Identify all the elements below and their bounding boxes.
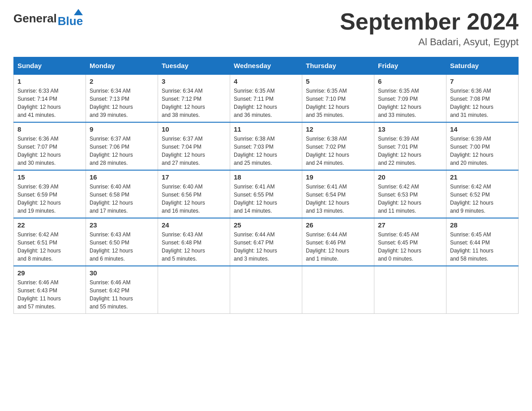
day-number: 24 xyxy=(162,221,226,229)
day-number: 15 xyxy=(17,173,82,181)
logo: General Blue xyxy=(13,9,83,28)
day-info: Sunrise: 6:43 AMSunset: 6:50 PMDaylight:… xyxy=(90,231,133,262)
day-info: Sunrise: 6:42 AMSunset: 6:51 PMDaylight:… xyxy=(17,231,61,262)
calendar-week-row: 15Sunrise: 6:39 AMSunset: 6:59 PMDayligh… xyxy=(14,170,519,218)
day-info: Sunrise: 6:40 AMSunset: 6:56 PMDaylight:… xyxy=(162,184,205,214)
column-header-friday: Friday xyxy=(374,57,446,75)
day-number: 14 xyxy=(450,125,515,133)
logo-blue-text: Blue xyxy=(58,14,83,28)
day-number: 27 xyxy=(378,221,442,229)
calendar-cell: 2Sunrise: 6:34 AMSunset: 7:13 PMDaylight… xyxy=(86,74,158,122)
day-number: 20 xyxy=(378,173,442,181)
calendar-cell: 13Sunrise: 6:39 AMSunset: 7:01 PMDayligh… xyxy=(374,122,446,170)
calendar-cell: 21Sunrise: 6:42 AMSunset: 6:52 PMDayligh… xyxy=(446,170,519,218)
page-header: General Blue September 2024 Al Badari, A… xyxy=(13,9,519,48)
calendar-cell: 24Sunrise: 6:43 AMSunset: 6:48 PMDayligh… xyxy=(158,218,230,266)
day-number: 1 xyxy=(17,77,82,85)
day-info: Sunrise: 6:36 AMSunset: 7:07 PMDaylight:… xyxy=(17,136,61,166)
column-header-saturday: Saturday xyxy=(446,57,519,75)
day-info: Sunrise: 6:42 AMSunset: 6:52 PMDaylight:… xyxy=(450,184,493,214)
calendar-cell: 15Sunrise: 6:39 AMSunset: 6:59 PMDayligh… xyxy=(14,170,86,218)
calendar-cell: 10Sunrise: 6:37 AMSunset: 7:04 PMDayligh… xyxy=(158,122,230,170)
column-header-wednesday: Wednesday xyxy=(230,57,302,75)
day-info: Sunrise: 6:43 AMSunset: 6:48 PMDaylight:… xyxy=(162,231,205,262)
calendar-week-row: 22Sunrise: 6:42 AMSunset: 6:51 PMDayligh… xyxy=(14,218,519,266)
calendar-cell: 14Sunrise: 6:39 AMSunset: 7:00 PMDayligh… xyxy=(446,122,519,170)
day-info: Sunrise: 6:44 AMSunset: 6:46 PMDaylight:… xyxy=(306,231,349,262)
day-number: 11 xyxy=(234,125,298,133)
day-number: 16 xyxy=(90,173,154,181)
calendar-header-row: SundayMondayTuesdayWednesdayThursdayFrid… xyxy=(14,57,519,75)
day-number: 7 xyxy=(450,77,515,85)
day-info: Sunrise: 6:42 AMSunset: 6:53 PMDaylight:… xyxy=(378,184,421,214)
calendar-cell: 9Sunrise: 6:37 AMSunset: 7:06 PMDaylight… xyxy=(86,122,158,170)
day-number: 30 xyxy=(90,269,154,277)
column-header-thursday: Thursday xyxy=(302,57,374,75)
day-info: Sunrise: 6:39 AMSunset: 6:59 PMDaylight:… xyxy=(17,184,61,214)
calendar-cell: 20Sunrise: 6:42 AMSunset: 6:53 PMDayligh… xyxy=(374,170,446,218)
calendar-cell: 7Sunrise: 6:36 AMSunset: 7:08 PMDaylight… xyxy=(446,74,519,122)
day-info: Sunrise: 6:39 AMSunset: 7:00 PMDaylight:… xyxy=(450,136,493,166)
day-info: Sunrise: 6:35 AMSunset: 7:11 PMDaylight:… xyxy=(234,88,277,118)
calendar-cell xyxy=(302,266,374,314)
logo-general-text: General xyxy=(13,12,57,26)
day-number: 19 xyxy=(306,173,370,181)
calendar-cell: 29Sunrise: 6:46 AMSunset: 6:43 PMDayligh… xyxy=(14,266,86,314)
day-info: Sunrise: 6:46 AMSunset: 6:43 PMDaylight:… xyxy=(17,279,61,310)
day-info: Sunrise: 6:35 AMSunset: 7:10 PMDaylight:… xyxy=(306,88,349,118)
calendar-cell: 8Sunrise: 6:36 AMSunset: 7:07 PMDaylight… xyxy=(14,122,86,170)
day-number: 4 xyxy=(234,77,298,85)
calendar-cell: 25Sunrise: 6:44 AMSunset: 6:47 PMDayligh… xyxy=(230,218,302,266)
day-number: 26 xyxy=(306,221,370,229)
day-number: 8 xyxy=(17,125,82,133)
title-area: September 2024 Al Badari, Asyut, Egypt xyxy=(340,9,519,48)
day-number: 3 xyxy=(162,77,226,85)
day-number: 29 xyxy=(17,269,82,277)
logo-blue-part: Blue xyxy=(58,9,83,28)
calendar-cell: 6Sunrise: 6:35 AMSunset: 7:09 PMDaylight… xyxy=(374,74,446,122)
day-info: Sunrise: 6:34 AMSunset: 7:12 PMDaylight:… xyxy=(162,88,205,118)
calendar-cell: 18Sunrise: 6:41 AMSunset: 6:55 PMDayligh… xyxy=(230,170,302,218)
column-header-sunday: Sunday xyxy=(14,57,86,75)
day-number: 2 xyxy=(90,77,154,85)
calendar-cell: 5Sunrise: 6:35 AMSunset: 7:10 PMDaylight… xyxy=(302,74,374,122)
calendar-cell: 22Sunrise: 6:42 AMSunset: 6:51 PMDayligh… xyxy=(14,218,86,266)
day-info: Sunrise: 6:35 AMSunset: 7:09 PMDaylight:… xyxy=(378,88,421,118)
location-title: Al Badari, Asyut, Egypt xyxy=(340,36,519,48)
day-info: Sunrise: 6:41 AMSunset: 6:55 PMDaylight:… xyxy=(234,184,277,214)
month-title: September 2024 xyxy=(340,9,519,34)
column-header-monday: Monday xyxy=(86,57,158,75)
calendar-cell: 23Sunrise: 6:43 AMSunset: 6:50 PMDayligh… xyxy=(86,218,158,266)
calendar-cell: 3Sunrise: 6:34 AMSunset: 7:12 PMDaylight… xyxy=(158,74,230,122)
day-number: 9 xyxy=(90,125,154,133)
day-number: 18 xyxy=(234,173,298,181)
calendar-week-row: 8Sunrise: 6:36 AMSunset: 7:07 PMDaylight… xyxy=(14,122,519,170)
day-info: Sunrise: 6:45 AMSunset: 6:44 PMDaylight:… xyxy=(450,231,493,262)
day-number: 22 xyxy=(17,221,82,229)
calendar-cell: 17Sunrise: 6:40 AMSunset: 6:56 PMDayligh… xyxy=(158,170,230,218)
day-info: Sunrise: 6:38 AMSunset: 7:02 PMDaylight:… xyxy=(306,136,349,166)
calendar-cell: 26Sunrise: 6:44 AMSunset: 6:46 PMDayligh… xyxy=(302,218,374,266)
day-info: Sunrise: 6:46 AMSunset: 6:42 PMDaylight:… xyxy=(90,279,133,310)
calendar-week-row: 1Sunrise: 6:33 AMSunset: 7:14 PMDaylight… xyxy=(14,74,519,122)
calendar-cell: 12Sunrise: 6:38 AMSunset: 7:02 PMDayligh… xyxy=(302,122,374,170)
day-info: Sunrise: 6:37 AMSunset: 7:06 PMDaylight:… xyxy=(90,136,133,166)
day-info: Sunrise: 6:41 AMSunset: 6:54 PMDaylight:… xyxy=(306,184,349,214)
day-info: Sunrise: 6:40 AMSunset: 6:58 PMDaylight:… xyxy=(90,184,133,214)
day-info: Sunrise: 6:33 AMSunset: 7:14 PMDaylight:… xyxy=(17,88,61,118)
day-number: 13 xyxy=(378,125,442,133)
day-number: 21 xyxy=(450,173,515,181)
day-info: Sunrise: 6:36 AMSunset: 7:08 PMDaylight:… xyxy=(450,88,493,118)
day-info: Sunrise: 6:34 AMSunset: 7:13 PMDaylight:… xyxy=(90,88,133,118)
day-info: Sunrise: 6:37 AMSunset: 7:04 PMDaylight:… xyxy=(162,136,205,166)
calendar-cell xyxy=(446,266,519,314)
calendar-cell: 30Sunrise: 6:46 AMSunset: 6:42 PMDayligh… xyxy=(86,266,158,314)
day-number: 28 xyxy=(450,221,515,229)
day-number: 5 xyxy=(306,77,370,85)
calendar-cell: 27Sunrise: 6:45 AMSunset: 6:45 PMDayligh… xyxy=(374,218,446,266)
calendar-cell: 4Sunrise: 6:35 AMSunset: 7:11 PMDaylight… xyxy=(230,74,302,122)
calendar-week-row: 29Sunrise: 6:46 AMSunset: 6:43 PMDayligh… xyxy=(14,266,519,314)
day-info: Sunrise: 6:39 AMSunset: 7:01 PMDaylight:… xyxy=(378,136,421,166)
column-header-tuesday: Tuesday xyxy=(158,57,230,75)
calendar-cell xyxy=(158,266,230,314)
